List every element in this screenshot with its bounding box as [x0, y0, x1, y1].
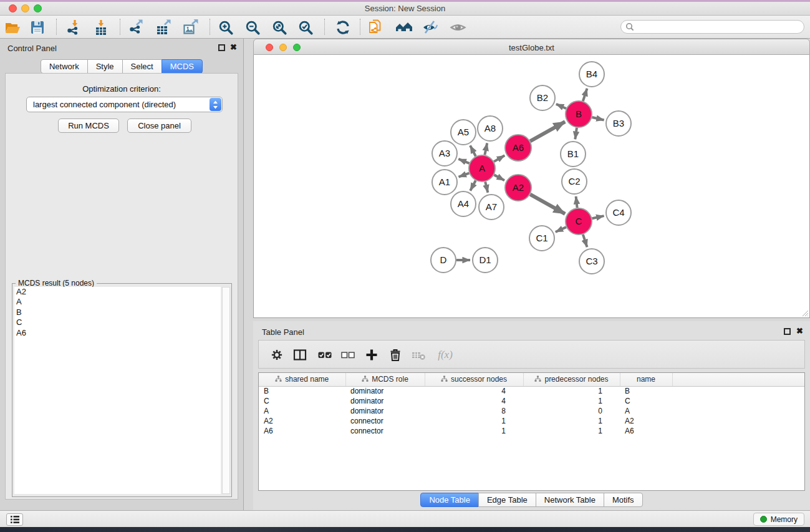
- hide-details-icon[interactable]: [422, 19, 439, 36]
- edge-A-A7[interactable]: [485, 181, 488, 192]
- result-scrollbar[interactable]: [222, 287, 230, 494]
- function-builder-icon[interactable]: f(x): [435, 347, 456, 362]
- tab-motifs[interactable]: Motifs: [604, 493, 643, 507]
- tab-edge-table[interactable]: Edge Table: [478, 493, 536, 507]
- split-columns-icon[interactable]: [292, 347, 307, 362]
- select-all-checkboxes-icon[interactable]: [317, 347, 332, 362]
- save-session-icon[interactable]: [29, 19, 46, 36]
- toolbar-separator: [210, 19, 210, 35]
- export-image-icon[interactable]: [182, 19, 200, 36]
- edge-B-B3[interactable]: [592, 117, 604, 120]
- node-table-header-row: shared nameMCDS rolesuccessor nodesprede…: [259, 373, 804, 386]
- network-graph[interactable]: AA5A8A3A1A4A7A6A2BB4B2B3B1C2CC1C4C3DD1: [254, 55, 809, 317]
- node-label-A3: A3: [439, 148, 450, 158]
- mcds-result-item[interactable]: A2: [14, 287, 221, 297]
- node-label-C2: C2: [568, 176, 580, 186]
- close-table-panel-icon[interactable]: ✖: [796, 326, 803, 336]
- column-header-predecessor-nodes[interactable]: predecessor nodes: [523, 373, 620, 386]
- tab-node-table[interactable]: Node Table: [420, 493, 479, 507]
- zoom-selected-icon[interactable]: [297, 19, 314, 36]
- edge-A2-C[interactable]: [530, 195, 565, 214]
- task-history-button[interactable]: [6, 513, 23, 526]
- edge-A-A4[interactable]: [470, 180, 476, 190]
- edge-B-B2[interactable]: [556, 104, 566, 109]
- column-header-name[interactable]: name: [620, 373, 672, 386]
- zoom-in-icon[interactable]: [217, 19, 234, 36]
- node-label-D: D: [440, 254, 447, 265]
- network-canvas[interactable]: AA5A8A3A1A4A7A6A2BB4B2B3B1C2CC1C4C3DD1: [253, 55, 810, 318]
- mcds-result-group: MCDS result (5 nodes) A2ABCA6: [12, 283, 232, 497]
- resize-grip-icon[interactable]: [801, 309, 809, 317]
- zoom-fit-icon[interactable]: [271, 19, 288, 36]
- column-header-MCDS-role[interactable]: MCDS role: [345, 373, 425, 386]
- export-table-icon[interactable]: [155, 19, 172, 36]
- tab-mcds[interactable]: MCDS: [162, 59, 203, 74]
- tab-network[interactable]: Network: [41, 59, 88, 74]
- float-panel-icon[interactable]: [218, 44, 225, 51]
- close-panel-button[interactable]: Close panel: [127, 118, 191, 133]
- edge-B-B1[interactable]: [575, 128, 577, 139]
- table-row[interactable]: A6connector11A6: [259, 426, 804, 436]
- edge-C-C4[interactable]: [592, 216, 604, 218]
- mcds-result-list[interactable]: A2ABCA6: [14, 287, 221, 494]
- table-row[interactable]: Cdominator41C: [259, 396, 804, 406]
- mcds-result-item[interactable]: A: [14, 297, 221, 307]
- toolbar-separator: [56, 19, 57, 35]
- column-header-filler: [672, 373, 804, 386]
- open-session-icon[interactable]: [4, 19, 21, 36]
- edge-C-C3[interactable]: [583, 235, 587, 247]
- run-mcds-button[interactable]: Run MCDS: [58, 118, 119, 133]
- edge-A-A8[interactable]: [485, 143, 487, 155]
- mcds-result-item[interactable]: C: [14, 317, 221, 327]
- mcds-result-item[interactable]: B: [14, 307, 221, 317]
- edge-A-A3[interactable]: [458, 159, 469, 163]
- zoom-out-icon[interactable]: [244, 19, 261, 36]
- edge-A-A1[interactable]: [459, 173, 470, 177]
- mcds-panel: Optimization criterion: largest connecte…: [5, 73, 238, 500]
- node-label-A5: A5: [458, 127, 469, 137]
- edge-C-C1[interactable]: [556, 227, 566, 232]
- tab-style[interactable]: Style: [87, 59, 123, 74]
- node-label-A4: A4: [458, 198, 469, 209]
- search-field[interactable]: [620, 20, 804, 34]
- control-panel: Control Panel ✖ NetworkStyleSelectMCDS O…: [0, 39, 244, 510]
- home-icon[interactable]: [395, 19, 413, 36]
- node-label-D1: D1: [479, 254, 491, 265]
- optimization-criterion-select[interactable]: largest connected component (directed): [26, 97, 223, 112]
- table-row[interactable]: Bdominator41B: [259, 386, 804, 396]
- list-icon: [10, 515, 20, 524]
- export-network-icon[interactable]: [127, 19, 145, 36]
- search-input[interactable]: [637, 21, 804, 32]
- node-label-B: B: [576, 109, 582, 119]
- tab-network-table[interactable]: Network Table: [536, 493, 604, 507]
- memory-button[interactable]: Memory: [753, 513, 804, 526]
- tab-select[interactable]: Select: [122, 59, 162, 74]
- refresh-layout-icon[interactable]: [334, 19, 352, 36]
- column-header-shared-name[interactable]: shared name: [259, 373, 345, 386]
- edge-A-A5[interactable]: [470, 145, 476, 156]
- float-table-panel-icon[interactable]: [784, 328, 791, 335]
- edge-A-A6[interactable]: [494, 155, 504, 162]
- mcds-result-item[interactable]: A6: [14, 328, 221, 338]
- show-graphics-details-icon[interactable]: [449, 19, 466, 36]
- edge-C-C2[interactable]: [576, 196, 577, 208]
- node-label-A6: A6: [513, 142, 524, 153]
- delete-table-icon[interactable]: [412, 347, 427, 362]
- table-row[interactable]: Adominator80A: [259, 406, 804, 416]
- delete-columns-icon[interactable]: [388, 347, 403, 362]
- table-toolbar: f(x): [258, 340, 805, 369]
- hierarchy-icon: [362, 375, 369, 384]
- column-header-successor-nodes[interactable]: successor nodes: [425, 373, 523, 386]
- deselect-all-checkboxes-icon[interactable]: [340, 347, 355, 362]
- table-row[interactable]: A2connector11A2: [259, 416, 804, 426]
- edge-A-A2[interactable]: [494, 175, 504, 180]
- edge-B-B4[interactable]: [583, 89, 587, 101]
- close-panel-icon[interactable]: ✖: [230, 42, 237, 52]
- network-window-titlebar[interactable]: testGlobe.txt: [253, 39, 810, 55]
- import-table-icon[interactable]: [92, 19, 110, 36]
- new-network-from-selection-icon[interactable]: [367, 19, 385, 36]
- settings-gear-icon[interactable]: [269, 347, 284, 362]
- edge-A6-B[interactable]: [530, 122, 565, 141]
- import-network-icon[interactable]: [65, 19, 82, 36]
- add-column-icon[interactable]: [364, 347, 379, 362]
